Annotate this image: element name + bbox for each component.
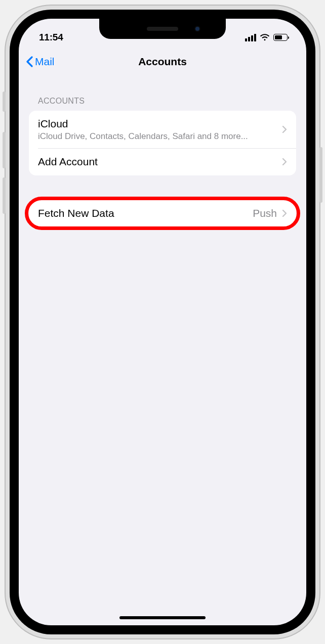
nav-bar: Mail Accounts bbox=[19, 47, 306, 76]
chevron-right-icon bbox=[282, 209, 287, 217]
back-button[interactable]: Mail bbox=[26, 56, 55, 68]
device-frame: 11:54 Mail bbox=[6, 6, 319, 638]
chevron-right-icon bbox=[282, 158, 287, 166]
volume-up-button bbox=[3, 132, 6, 168]
fetch-value: Push bbox=[253, 207, 277, 219]
chevron-right-icon bbox=[282, 125, 287, 133]
icloud-title: iCloud bbox=[38, 117, 282, 130]
chevron-left-icon bbox=[26, 56, 33, 67]
accounts-group: iCloud iCloud Drive, Contacts, Calendars… bbox=[29, 111, 296, 175]
screen: 11:54 Mail bbox=[19, 19, 306, 625]
volume-down-button bbox=[3, 177, 6, 214]
add-account-label: Add Account bbox=[38, 155, 282, 168]
fetch-new-data-row[interactable]: Fetch New Data Push bbox=[29, 200, 296, 227]
add-account-row[interactable]: Add Account bbox=[29, 148, 296, 175]
page-title: Accounts bbox=[138, 56, 187, 68]
back-label: Mail bbox=[35, 56, 55, 68]
home-indicator[interactable] bbox=[119, 616, 206, 619]
status-time: 11:54 bbox=[39, 32, 63, 43]
section-header-accounts: Accounts bbox=[29, 97, 296, 111]
fetch-group: Fetch New Data Push bbox=[29, 200, 296, 227]
content: Accounts iCloud iCloud Drive, Contacts, … bbox=[19, 76, 306, 625]
fetch-title: Fetch New Data bbox=[38, 207, 253, 220]
battery-icon bbox=[273, 34, 289, 41]
front-camera bbox=[194, 26, 200, 32]
cellular-signal-icon bbox=[245, 34, 256, 41]
power-button bbox=[319, 147, 322, 203]
fetch-highlight: Fetch New Data Push bbox=[29, 200, 296, 227]
wifi-icon bbox=[260, 34, 270, 41]
notch bbox=[99, 19, 226, 39]
speaker-grill bbox=[147, 27, 178, 31]
icloud-account-row[interactable]: iCloud iCloud Drive, Contacts, Calendars… bbox=[29, 111, 296, 148]
icloud-subtitle: iCloud Drive, Contacts, Calendars, Safar… bbox=[38, 131, 282, 142]
silent-switch bbox=[3, 91, 6, 112]
